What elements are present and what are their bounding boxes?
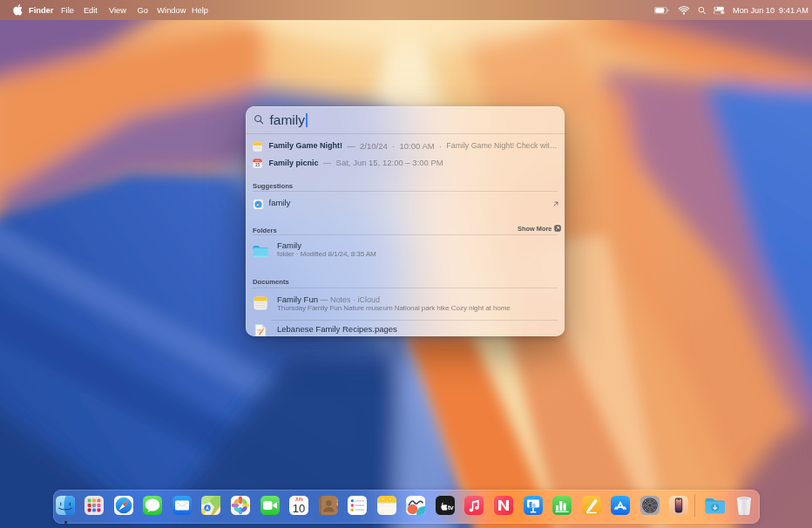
svg-text:tv: tv — [448, 504, 454, 511]
svg-text:15: 15 — [255, 162, 261, 167]
svg-text:10: 10 — [293, 502, 305, 515]
